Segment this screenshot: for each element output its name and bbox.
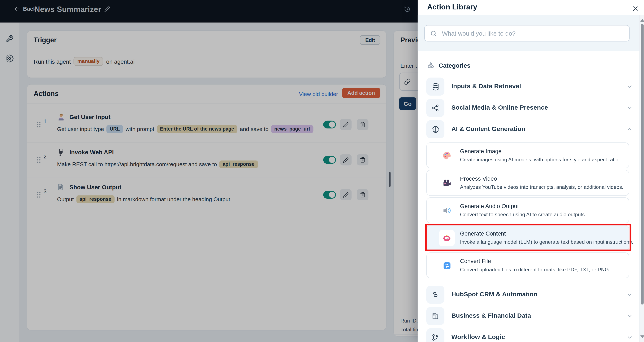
chevron-down-icon — [626, 334, 633, 341]
category-label: HubSpot CRM & Automation — [451, 291, 537, 298]
building-icon — [426, 307, 444, 325]
library-scrollbar — [640, 15, 644, 342]
category-row-hubspot-crm-automation[interactable]: HubSpot CRM & Automation — [424, 284, 634, 305]
item-title: Convert File — [460, 258, 491, 264]
library-search-box — [424, 25, 630, 41]
library-item-generate-image[interactable]: Generate ImageCreate images using AI mod… — [426, 142, 629, 168]
chevron-up-icon — [626, 126, 633, 132]
item-title: Generate Image — [460, 148, 502, 154]
chevron-down-icon — [626, 313, 633, 319]
library-search-input[interactable] — [441, 26, 622, 41]
workflow-icon — [426, 328, 444, 342]
category-label: Social Media & Online Presence — [451, 104, 548, 111]
item-title: Process Video — [460, 175, 497, 182]
scroll-up-arrow[interactable] — [640, 19, 644, 22]
share-icon — [426, 99, 444, 117]
library-item-process-video[interactable]: Process VideoAnalyzes YouTube videos int… — [426, 170, 629, 196]
category-row-social-media-online-presence[interactable]: Social Media & Online Presence — [424, 97, 634, 119]
item-description: Invoke a language model (LLM) to generat… — [460, 239, 633, 245]
close-icon[interactable] — [631, 4, 640, 13]
search-icon — [430, 30, 437, 37]
library-item-generate-audio-output[interactable]: Generate Audio OutputConvert text to spe… — [426, 197, 629, 223]
library-scrollbar-thumb[interactable] — [641, 24, 644, 305]
item-title: Generate Audio Output — [460, 203, 519, 209]
item-description: Convert uploaded files to different form… — [460, 267, 610, 273]
convert-icon — [442, 261, 451, 270]
app-root: Back News Summarizer Trigger Edit Run th… — [0, 0, 644, 342]
action-library-panel: Action Library Categories Inputs & Data … — [418, 0, 644, 342]
palette-icon — [442, 151, 451, 160]
categories-header: Categories — [427, 62, 470, 69]
categories-label: Categories — [439, 62, 470, 69]
chevron-down-icon — [626, 292, 633, 298]
category-label: Business & Financial Data — [451, 312, 531, 319]
shapes-icon — [427, 62, 434, 69]
brain-icon — [426, 120, 444, 138]
library-item-convert-file[interactable]: Convert FileConvert uploaded files to di… — [426, 253, 629, 278]
robot-icon — [439, 230, 455, 246]
item-description: Analyzes YouTube videos into transcripts… — [460, 184, 624, 190]
category-row-business-financial-data[interactable]: Business & Financial Data — [424, 305, 634, 327]
item-description: Convert text to speech using AI to creat… — [460, 212, 586, 218]
action-library-title: Action Library — [427, 3, 477, 11]
chevron-down-icon — [626, 83, 633, 90]
category-row-workflow-logic[interactable]: Workflow & Logic — [424, 327, 634, 342]
chevron-down-icon — [626, 105, 633, 111]
scroll-down-arrow[interactable] — [640, 335, 644, 338]
category-row-ai-content-generation[interactable]: AI & Content Generation — [424, 119, 634, 140]
category-row-inputs-data-retrieval[interactable]: Inputs & Data Retrieval — [424, 76, 634, 97]
category-label: Inputs & Data Retrieval — [451, 83, 521, 90]
item-description: Create images using AI models, with opti… — [460, 157, 620, 162]
library-search-section — [418, 15, 644, 51]
category-label: AI & Content Generation — [451, 125, 525, 132]
hubspot-icon — [426, 286, 444, 304]
database-icon — [426, 77, 444, 96]
camera-icon — [442, 179, 451, 188]
speaker-icon — [442, 206, 451, 215]
item-title: Generate Content — [460, 230, 506, 237]
library-item-generate-content[interactable]: Generate ContentInvoke a language model … — [426, 225, 629, 251]
category-label: Workflow & Logic — [451, 333, 505, 341]
modal-scrim — [0, 0, 418, 342]
